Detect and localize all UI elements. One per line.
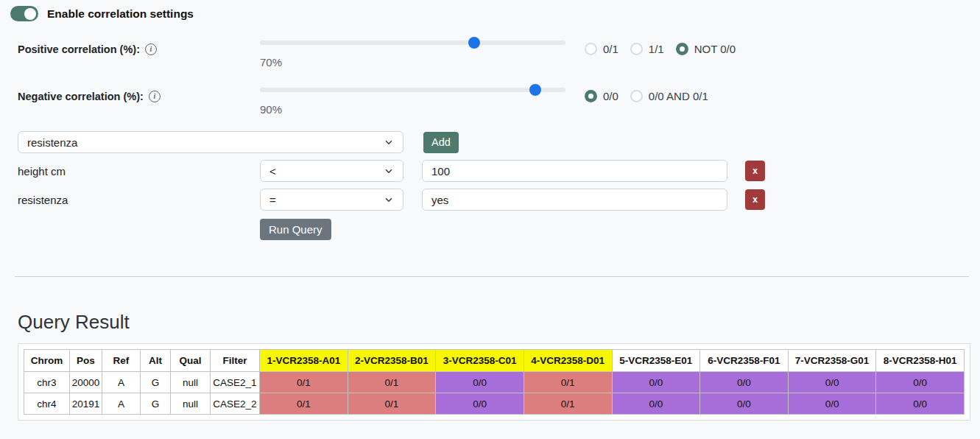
negative-slider-group: 90%	[260, 81, 565, 116]
radio-label: 1/1	[649, 43, 664, 55]
table-row: chr3 20000 A G null CASE2_1 0/1 0/1 0/0 …	[24, 372, 965, 393]
page: Enable correlation settings Positive cor…	[0, 0, 980, 439]
radio-option-1-1[interactable]: 1/1	[630, 43, 664, 55]
cell-alt: G	[141, 393, 171, 415]
enable-correlation-toggle[interactable]	[10, 6, 38, 21]
genotype-cell: 0/0	[788, 372, 876, 393]
condition-field-label: height cm	[18, 165, 260, 178]
positive-genotype-options: 0/1 1/1 NOT 0/0	[585, 34, 736, 55]
operator-select[interactable]: <	[260, 160, 403, 182]
column-header-alt: Alt	[141, 350, 171, 372]
genotype-cell: 0/0	[700, 372, 789, 393]
field-select-value: resistenza	[27, 136, 77, 149]
genotype-cell: 0/1	[260, 393, 348, 415]
operator-select-value: =	[269, 194, 276, 206]
genotype-cell: 0/0	[788, 393, 876, 415]
radio-icon[interactable]	[630, 43, 643, 55]
radio-label: 0/0	[603, 90, 618, 102]
radio-option-0-0-and-0-1[interactable]: 0/0 AND 0/1	[630, 90, 708, 102]
sample-column-header: 7-VCR2358-G01	[788, 350, 876, 372]
remove-condition-button[interactable]: x	[745, 189, 765, 210]
field-select-row: resistenza Add	[18, 131, 980, 153]
positive-percent-value: 70%	[260, 56, 565, 69]
cell-qual: null	[171, 393, 211, 415]
positive-correlation-row: Positive correlation (%): i 70% 0/1 1/1 …	[18, 34, 980, 69]
cell-alt: G	[141, 372, 171, 393]
radio-icon[interactable]	[585, 90, 597, 102]
condition-value-input[interactable]	[422, 160, 727, 182]
genotype-cell: 0/1	[260, 372, 348, 393]
negative-correlation-label: Negative correlation (%):	[18, 91, 144, 102]
correlation-settings-toggle-row: Enable correlation settings	[0, 0, 980, 21]
cell-filter: CASE2_2	[211, 393, 260, 415]
genotype-cell: 0/0	[700, 393, 789, 415]
genotype-cell: 0/1	[348, 393, 436, 415]
negative-correlation-label-group: Negative correlation (%): i	[18, 81, 260, 102]
column-header-filter: Filter	[211, 350, 260, 372]
sample-column-header: 3-VCR2358-C01	[436, 350, 524, 372]
negative-percent-value: 90%	[260, 103, 565, 116]
add-button[interactable]: Add	[423, 132, 459, 153]
negative-genotype-options: 0/0 0/0 AND 0/1	[585, 81, 708, 102]
positive-correlation-label-group: Positive correlation (%): i	[18, 34, 260, 55]
cell-ref: A	[102, 372, 141, 393]
genotype-cell: 0/0	[436, 372, 524, 393]
query-result-section: Query Result Chrom Pos Ref Alt Qual Filt…	[18, 311, 970, 421]
sample-column-header: 4-VCR2358-D01	[524, 350, 612, 372]
info-icon[interactable]: i	[145, 43, 157, 55]
radio-option-0-1[interactable]: 0/1	[585, 43, 618, 55]
radio-label: 0/1	[603, 43, 618, 55]
field-select[interactable]: resistenza	[18, 131, 403, 153]
condition-value-input[interactable]	[422, 189, 727, 211]
slider-thumb[interactable]	[529, 84, 541, 96]
condition-row: height cm < x	[18, 160, 980, 182]
result-table-container: Chrom Pos Ref Alt Qual Filter 1-VCR2358-…	[18, 343, 970, 421]
cell-ref: A	[102, 393, 141, 415]
query-result-title: Query Result	[18, 311, 970, 334]
enable-correlation-label: Enable correlation settings	[47, 7, 194, 21]
chevron-down-icon	[384, 166, 394, 176]
sample-column-header: 2-VCR2358-B01	[348, 350, 436, 372]
genotype-cell: 0/1	[348, 372, 436, 393]
radio-option-0-0[interactable]: 0/0	[585, 90, 618, 102]
cell-pos: 20191	[70, 393, 102, 415]
radio-label: 0/0 AND 0/1	[649, 90, 708, 102]
radio-icon[interactable]	[676, 43, 688, 55]
run-query-button[interactable]: Run Query	[260, 219, 331, 240]
positive-correlation-label: Positive correlation (%):	[18, 43, 140, 55]
operator-select-value: <	[269, 165, 276, 178]
remove-condition-button[interactable]: x	[745, 161, 765, 181]
slider-thumb[interactable]	[468, 37, 480, 49]
column-header-pos: Pos	[70, 350, 102, 372]
radio-label: NOT 0/0	[694, 43, 736, 55]
condition-field-label: resistenza	[18, 194, 260, 206]
sample-column-header: 1-VCR2358-A01	[260, 350, 348, 372]
genotype-cell: 0/0	[876, 372, 965, 393]
condition-row: resistenza = x	[18, 189, 980, 211]
info-icon[interactable]: i	[149, 91, 161, 102]
negative-correlation-slider[interactable]	[260, 88, 565, 92]
genotype-cell: 0/1	[524, 372, 612, 393]
genotype-cell: 0/1	[524, 393, 612, 415]
cell-filter: CASE2_1	[211, 372, 260, 393]
radio-icon[interactable]	[630, 90, 643, 102]
radio-option-not-0-0[interactable]: NOT 0/0	[676, 43, 736, 55]
column-header-chrom: Chrom	[24, 350, 70, 372]
query-builder: resistenza Add height cm < x resistenza …	[18, 131, 980, 240]
genotype-cell: 0/0	[612, 393, 700, 415]
radio-icon[interactable]	[585, 43, 597, 55]
sample-column-header: 6-VCR2358-F01	[700, 350, 789, 372]
positive-correlation-slider[interactable]	[260, 41, 565, 45]
run-query-row: Run Query	[260, 219, 980, 240]
section-divider	[15, 276, 969, 277]
table-header-row: Chrom Pos Ref Alt Qual Filter 1-VCR2358-…	[24, 350, 965, 372]
cell-qual: null	[171, 372, 211, 393]
column-header-qual: Qual	[171, 350, 211, 372]
column-header-ref: Ref	[102, 350, 141, 372]
toggle-thumb-icon	[24, 8, 36, 20]
chevron-down-icon	[384, 137, 394, 147]
genotype-cell: 0/0	[612, 372, 700, 393]
operator-select[interactable]: =	[260, 189, 403, 211]
chevron-down-icon	[384, 194, 394, 205]
negative-correlation-row: Negative correlation (%): i 90% 0/0 0/0 …	[18, 81, 980, 116]
